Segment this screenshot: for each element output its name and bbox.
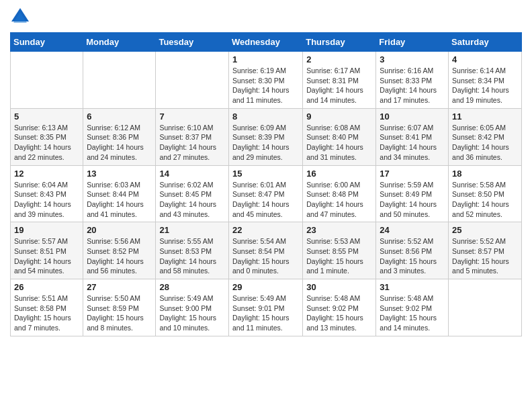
day-number: 7 [159,111,225,122]
day-number: 4 [452,54,518,64]
day-info: Sunrise: 5:54 AM Sunset: 8:54 PM Dayligh… [232,236,299,276]
day-number: 1 [232,54,299,64]
day-info: Sunrise: 6:14 AM Sunset: 8:34 PM Dayligh… [452,66,518,105]
calendar-cell: 24Sunrise: 5:52 AM Sunset: 8:56 PM Dayli… [376,222,449,279]
calendar-cell: 31Sunrise: 5:48 AM Sunset: 9:02 PM Dayli… [376,279,449,336]
weekday-row: SundayMondayTuesdayWednesdayThursdayFrid… [11,33,522,52]
calendar-cell: 11Sunrise: 6:05 AM Sunset: 8:42 PM Dayli… [449,108,522,165]
weekday-header: Saturday [449,33,522,52]
calendar-cell: 26Sunrise: 5:51 AM Sunset: 8:58 PM Dayli… [11,279,83,336]
day-info: Sunrise: 5:52 AM Sunset: 8:56 PM Dayligh… [380,236,445,276]
day-number: 29 [232,282,299,292]
day-info: Sunrise: 6:13 AM Sunset: 8:35 PM Dayligh… [14,123,79,163]
day-info: Sunrise: 6:00 AM Sunset: 8:48 PM Dayligh… [306,180,372,220]
day-info: Sunrise: 6:19 AM Sunset: 8:30 PM Dayligh… [232,66,299,105]
calendar-header: SundayMondayTuesdayWednesdayThursdayFrid… [11,33,522,52]
day-number: 6 [87,111,152,122]
calendar-cell: 13Sunrise: 6:03 AM Sunset: 8:44 PM Dayli… [83,165,156,222]
day-number: 9 [306,111,372,122]
calendar-cell: 12Sunrise: 6:04 AM Sunset: 8:43 PM Dayli… [11,165,83,222]
calendar-cell: 2Sunrise: 6:17 AM Sunset: 8:31 PM Daylig… [303,52,376,109]
weekday-header: Monday [83,33,156,52]
day-info: Sunrise: 5:49 AM Sunset: 9:00 PM Dayligh… [159,293,225,333]
calendar-cell: 27Sunrise: 5:50 AM Sunset: 8:59 PM Dayli… [83,279,156,336]
day-number: 28 [159,282,225,292]
calendar-body: 1Sunrise: 6:19 AM Sunset: 8:30 PM Daylig… [11,52,522,336]
day-number: 24 [380,225,445,235]
day-info: Sunrise: 5:51 AM Sunset: 8:58 PM Dayligh… [14,293,79,333]
calendar-cell: 16Sunrise: 6:00 AM Sunset: 8:48 PM Dayli… [303,165,376,222]
calendar-week-row: 19Sunrise: 5:57 AM Sunset: 8:51 PM Dayli… [11,222,522,279]
day-number: 11 [452,111,518,122]
day-number: 20 [87,225,152,235]
day-info: Sunrise: 5:48 AM Sunset: 9:02 PM Dayligh… [306,293,372,333]
calendar-cell [449,279,522,336]
calendar-cell: 1Sunrise: 6:19 AM Sunset: 8:30 PM Daylig… [228,52,302,109]
day-number: 26 [14,282,79,292]
day-number: 10 [380,111,445,122]
day-number: 23 [306,225,372,235]
day-number: 25 [452,225,518,235]
calendar-cell: 19Sunrise: 5:57 AM Sunset: 8:51 PM Dayli… [11,222,83,279]
day-number: 22 [232,225,299,235]
calendar-cell: 22Sunrise: 5:54 AM Sunset: 8:54 PM Dayli… [228,222,302,279]
calendar-cell: 4Sunrise: 6:14 AM Sunset: 8:34 PM Daylig… [449,52,522,109]
calendar-week-row: 26Sunrise: 5:51 AM Sunset: 8:58 PM Dayli… [11,279,522,336]
day-info: Sunrise: 5:52 AM Sunset: 8:57 PM Dayligh… [452,236,518,276]
day-number: 27 [87,282,152,292]
day-number: 12 [14,169,79,179]
calendar-cell: 18Sunrise: 5:58 AM Sunset: 8:50 PM Dayli… [449,165,522,222]
day-number: 3 [380,54,445,64]
day-info: Sunrise: 6:16 AM Sunset: 8:33 PM Dayligh… [380,66,445,105]
logo-icon [10,7,30,27]
calendar-cell: 29Sunrise: 5:49 AM Sunset: 9:01 PM Dayli… [228,279,302,336]
calendar-cell: 6Sunrise: 6:12 AM Sunset: 8:36 PM Daylig… [83,108,156,165]
day-info: Sunrise: 5:48 AM Sunset: 9:02 PM Dayligh… [380,293,445,333]
calendar-cell: 17Sunrise: 5:59 AM Sunset: 8:49 PM Dayli… [376,165,449,222]
day-info: Sunrise: 5:56 AM Sunset: 8:52 PM Dayligh… [87,236,152,276]
calendar-cell: 10Sunrise: 6:07 AM Sunset: 8:41 PM Dayli… [376,108,449,165]
calendar-week-row: 12Sunrise: 6:04 AM Sunset: 8:43 PM Dayli… [11,165,522,222]
day-number: 21 [159,225,225,235]
calendar-week-row: 1Sunrise: 6:19 AM Sunset: 8:30 PM Daylig… [11,52,522,109]
day-info: Sunrise: 5:58 AM Sunset: 8:50 PM Dayligh… [452,180,518,220]
day-number: 16 [306,169,372,179]
calendar-cell: 7Sunrise: 6:10 AM Sunset: 8:37 PM Daylig… [156,108,229,165]
day-info: Sunrise: 6:05 AM Sunset: 8:42 PM Dayligh… [452,123,518,163]
day-info: Sunrise: 6:04 AM Sunset: 8:43 PM Dayligh… [14,180,79,220]
day-number: 31 [380,282,445,292]
calendar-page: SundayMondayTuesdayWednesdayThursdayFrid… [0,0,532,347]
day-number: 17 [380,169,445,179]
day-info: Sunrise: 6:08 AM Sunset: 8:40 PM Dayligh… [306,123,372,163]
day-info: Sunrise: 6:01 AM Sunset: 8:47 PM Dayligh… [232,180,299,220]
calendar-cell: 9Sunrise: 6:08 AM Sunset: 8:40 PM Daylig… [303,108,376,165]
logo [10,7,33,27]
day-info: Sunrise: 5:49 AM Sunset: 9:01 PM Dayligh… [232,293,299,333]
day-number: 15 [232,169,299,179]
calendar-cell: 20Sunrise: 5:56 AM Sunset: 8:52 PM Dayli… [83,222,156,279]
day-info: Sunrise: 6:10 AM Sunset: 8:37 PM Dayligh… [159,123,225,163]
calendar-cell: 23Sunrise: 5:53 AM Sunset: 8:55 PM Dayli… [303,222,376,279]
weekday-header: Tuesday [156,33,229,52]
calendar-cell: 21Sunrise: 5:55 AM Sunset: 8:53 PM Dayli… [156,222,229,279]
calendar-week-row: 5Sunrise: 6:13 AM Sunset: 8:35 PM Daylig… [11,108,522,165]
day-info: Sunrise: 6:12 AM Sunset: 8:36 PM Dayligh… [87,123,152,163]
day-info: Sunrise: 6:17 AM Sunset: 8:31 PM Dayligh… [306,66,372,105]
weekday-header: Thursday [303,33,376,52]
day-info: Sunrise: 6:02 AM Sunset: 8:45 PM Dayligh… [159,180,225,220]
day-info: Sunrise: 5:53 AM Sunset: 8:55 PM Dayligh… [306,236,372,276]
calendar-cell [83,52,156,109]
day-number: 13 [87,169,152,179]
day-number: 5 [14,111,79,122]
calendar-cell: 5Sunrise: 6:13 AM Sunset: 8:35 PM Daylig… [11,108,83,165]
calendar-cell: 15Sunrise: 6:01 AM Sunset: 8:47 PM Dayli… [228,165,302,222]
day-info: Sunrise: 6:07 AM Sunset: 8:41 PM Dayligh… [380,123,445,163]
day-number: 14 [159,169,225,179]
weekday-header: Wednesday [228,33,302,52]
day-number: 2 [306,54,372,64]
calendar-cell [156,52,229,109]
header [10,7,522,27]
calendar-table: SundayMondayTuesdayWednesdayThursdayFrid… [10,32,522,336]
day-info: Sunrise: 5:57 AM Sunset: 8:51 PM Dayligh… [14,236,79,276]
day-number: 8 [232,111,299,122]
